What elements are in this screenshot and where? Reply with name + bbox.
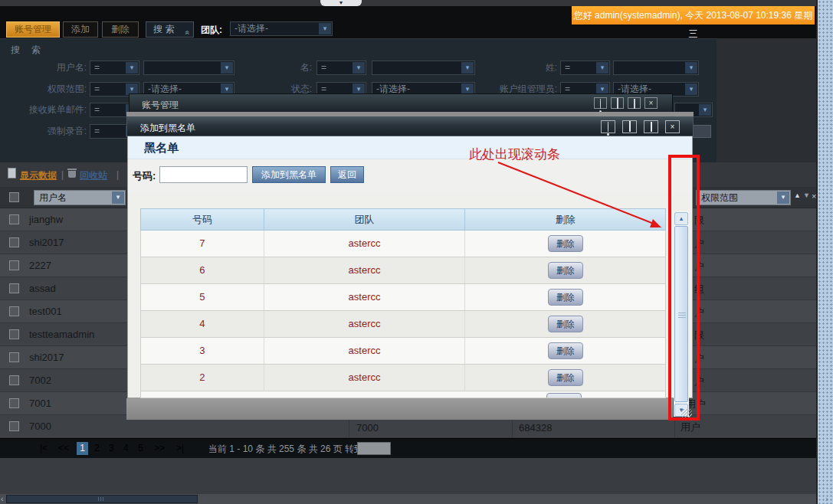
delete-button[interactable]: 删除 (102, 21, 139, 38)
chevron-down-icon[interactable]: ▾ (319, 23, 331, 34)
scroll-left-icon[interactable]: ‹ (1, 494, 4, 504)
permission-column-header[interactable]: 权限范围 ▾ (696, 190, 791, 205)
team-cell: astercc (264, 311, 465, 337)
delete-row-button[interactable]: 删除 (548, 316, 583, 332)
restore-icon[interactable] (628, 97, 641, 109)
page-button-current[interactable]: 1 (77, 442, 88, 455)
select-value: -请选择- (148, 83, 182, 94)
row-checkbox[interactable] (9, 352, 19, 362)
blacklist-row: 5astercc删除 (140, 284, 666, 311)
row-checkbox[interactable] (9, 283, 19, 293)
page-button[interactable]: 4 (123, 443, 129, 453)
op-value: = (565, 83, 570, 94)
row-checkbox[interactable] (9, 375, 19, 385)
number-cell: 4 (141, 311, 264, 337)
number-cell: 7 (141, 231, 264, 257)
delete-row-button[interactable]: 删除 (548, 369, 583, 386)
chevron-down-icon[interactable]: ▾ (353, 62, 365, 74)
first-page-button[interactable]: |< (40, 443, 48, 453)
refresh-icon[interactable] (601, 120, 615, 133)
add-button[interactable]: 添加 (63, 21, 98, 38)
account-management-window: 账号管理 × (129, 93, 673, 113)
top-strip (0, 0, 816, 6)
username-label: 用户名: (6, 61, 87, 75)
restore-icon[interactable] (644, 120, 658, 133)
delete-row-button[interactable]: 删除 (548, 262, 583, 279)
maximize-icon[interactable] (611, 97, 624, 109)
cell-value: 7000 (356, 422, 379, 434)
grid-line (512, 417, 513, 438)
lastname-value-select[interactable]: ▾ (613, 61, 699, 75)
row-checkbox[interactable] (9, 214, 19, 224)
row-checkbox[interactable] (9, 260, 19, 270)
divider: | (116, 169, 119, 180)
chevron-down-icon[interactable]: ▾ (685, 62, 697, 74)
chevron-down-icon[interactable]: ▾ (461, 62, 474, 74)
last-page-button[interactable]: >| (176, 443, 184, 453)
select-all-checkbox[interactable] (9, 192, 19, 202)
collapse-icon: ▼ (339, 0, 344, 5)
modal-title-bar[interactable]: 添加到黑名单 × (126, 116, 694, 136)
recycle-bin-link[interactable]: 回收站 (80, 169, 107, 182)
scroll-right-icon[interactable]: › (825, 494, 828, 504)
panel-collapse-tab[interactable]: ▼ (320, 0, 362, 6)
clear-sort-icon[interactable]: × (812, 191, 816, 201)
username-op-select[interactable]: =▾ (90, 61, 139, 75)
page-button[interactable]: 5 (138, 443, 143, 453)
username-column-label: 用户名 (39, 192, 67, 203)
sort-desc-icon[interactable]: ▼ (803, 191, 810, 199)
firstname-op-select[interactable]: =▾ (316, 61, 366, 75)
add-to-blacklist-button[interactable]: 添加到黑名单 (252, 166, 326, 183)
username-cell: 7001 (29, 398, 51, 409)
blacklist-row: 3astercc删除 (140, 338, 666, 365)
chevron-down-icon[interactable]: ▾ (699, 104, 711, 116)
perm-fragment: 用户 (681, 421, 700, 434)
module-tab-account-management[interactable]: 账号管理 (6, 21, 60, 38)
firstname-value-select[interactable]: ▾ (372, 61, 475, 75)
back-button[interactable]: 返回 (330, 166, 364, 183)
refresh-icon[interactable] (594, 97, 607, 109)
prev-page-button[interactable]: << (58, 443, 69, 453)
row-checkbox[interactable] (9, 398, 19, 408)
username-column-header[interactable]: 用户名 ▾ (34, 190, 126, 205)
page-button[interactable]: 2 (94, 443, 100, 453)
number-label: 号码: (133, 169, 156, 183)
show-data-link[interactable]: 显示数据 (20, 169, 57, 182)
app-screen: ▼ 您好 admin(systemadmin), 今天 2013-08-07 1… (0, 0, 833, 504)
username-cell: 7000 (29, 421, 51, 432)
row-checkbox[interactable] (9, 306, 19, 316)
chevron-down-icon[interactable]: ▾ (126, 62, 138, 74)
sort-asc-icon[interactable]: ▲ (794, 191, 801, 199)
pagination-bar (0, 438, 816, 458)
close-icon[interactable]: × (665, 120, 680, 133)
row-checkbox[interactable] (9, 237, 19, 247)
delete-row-button-partial[interactable] (546, 393, 582, 398)
delete-row-button[interactable]: 删除 (548, 342, 583, 359)
row-checkbox[interactable] (9, 329, 19, 339)
next-page-button[interactable]: >> (154, 443, 165, 453)
number-cell: 5 (141, 284, 264, 310)
page-button[interactable]: 3 (109, 443, 114, 453)
select-value: -请选择- (376, 83, 410, 94)
team-cell: astercc (264, 284, 465, 310)
blacklist-row: 6astercc删除 (140, 257, 666, 284)
maximize-icon[interactable] (622, 120, 637, 133)
username-value-select[interactable]: ▾ (143, 61, 234, 75)
lastname-op-select[interactable]: =▾ (560, 61, 610, 75)
chevron-down-icon[interactable]: ▾ (596, 62, 608, 74)
search-toggle-button[interactable]: 搜索 « (146, 21, 194, 38)
delete-row-button[interactable]: 删除 (548, 289, 583, 306)
row-checkbox[interactable] (9, 421, 19, 431)
select-value: -请选择- (618, 83, 651, 94)
grid-line (349, 417, 349, 438)
goto-page-input[interactable] (357, 442, 391, 455)
op-value: = (321, 62, 326, 73)
chevron-down-icon[interactable]: ▾ (777, 191, 789, 204)
number-input[interactable] (159, 166, 248, 183)
close-icon[interactable]: × (644, 97, 658, 109)
chevron-down-icon[interactable]: ▾ (685, 83, 697, 95)
chevron-down-icon[interactable]: ▾ (221, 62, 233, 74)
blacklist-row: 4astercc删除 (140, 311, 666, 338)
team-select[interactable]: -请选择- ▾ (230, 21, 333, 36)
chevron-down-icon[interactable]: ▾ (112, 191, 124, 204)
